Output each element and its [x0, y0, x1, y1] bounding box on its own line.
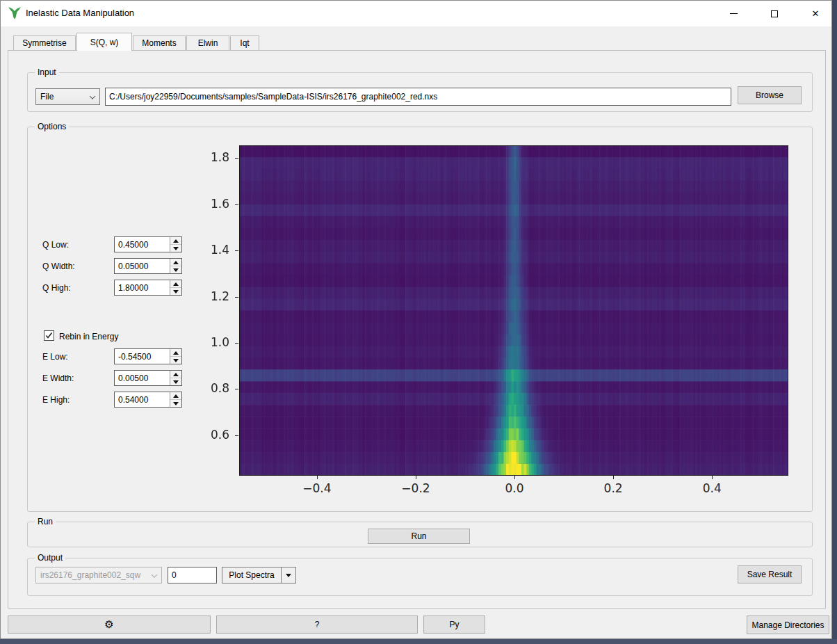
check-icon	[45, 332, 53, 339]
rebin-in-energy-checkbox[interactable]	[44, 330, 54, 341]
spin-up-icon[interactable]	[170, 259, 181, 266]
tab-moments[interactable]: Moments	[133, 35, 186, 51]
tab-sqw[interactable]: S(Q, w)	[76, 33, 132, 51]
close-button[interactable]: ✕	[799, 1, 831, 26]
spin-down-icon[interactable]	[170, 357, 181, 364]
chevron-down-icon	[286, 574, 291, 577]
q-high-value: 1.80000	[118, 283, 148, 293]
gear-icon: ⚙	[104, 618, 113, 631]
spin-buttons[interactable]	[170, 392, 181, 407]
e-width-spinbox[interactable]: 0.00500	[114, 370, 182, 386]
spin-up-icon[interactable]	[170, 349, 181, 357]
input-group-label: Input	[35, 67, 59, 77]
spin-buttons[interactable]	[170, 280, 181, 295]
spin-down-icon[interactable]	[170, 288, 181, 295]
minimize-icon	[730, 13, 738, 14]
x-tick-label: 0.2	[604, 481, 623, 495]
y-tick-label: 0.6	[189, 428, 229, 442]
tab-label: S(Q, w)	[90, 38, 119, 47]
tab-label: Moments	[142, 38, 176, 48]
save-result-label: Save Result	[747, 570, 793, 579]
input-source-combobox[interactable]: File	[35, 88, 100, 105]
plot-spectra-label: Plot Spectra	[222, 567, 281, 583]
maximize-button[interactable]	[758, 1, 790, 26]
x-tick-label: −0.4	[302, 481, 331, 495]
spin-buttons[interactable]	[170, 371, 181, 385]
spin-down-icon[interactable]	[170, 266, 181, 273]
spin-up-icon[interactable]	[170, 237, 181, 245]
e-low-value: -0.54500	[118, 352, 151, 362]
tab-elwin[interactable]: Elwin	[186, 35, 229, 51]
run-button-label: Run	[411, 531, 426, 541]
run-button[interactable]: Run	[368, 529, 470, 544]
save-result-button[interactable]: Save Result	[738, 565, 802, 583]
file-path-value: C:/Users/joy22959/Documents/samples/Samp…	[109, 92, 437, 102]
help-button[interactable]: ?	[216, 615, 418, 634]
manage-directories-button[interactable]: Manage Directories	[747, 615, 829, 634]
spin-buttons[interactable]	[170, 259, 181, 273]
q-low-value: 0.45000	[118, 240, 148, 250]
y-tick	[235, 343, 238, 344]
chevron-down-icon	[90, 93, 95, 99]
plot-spectra-button[interactable]: Plot Spectra	[222, 567, 296, 583]
e-width-label: E Width:	[42, 373, 74, 383]
e-low-spinbox[interactable]: -0.54500	[114, 348, 182, 364]
q-high-label: Q High:	[42, 283, 71, 293]
spin-up-icon[interactable]	[170, 280, 181, 288]
q-width-value: 0.05000	[118, 261, 148, 271]
output-workspace-name: irs26176_graphite002_sqw	[40, 570, 140, 580]
tab-symmetrise[interactable]: Symmetrise	[13, 35, 76, 51]
y-tick	[235, 158, 238, 159]
q-low-label: Q Low:	[42, 240, 69, 250]
python-export-button[interactable]: Py	[423, 615, 485, 634]
mantid-logo-icon	[8, 6, 22, 20]
file-path-input[interactable]: C:/Users/joy22959/Documents/samples/Samp…	[105, 88, 731, 106]
plot-spectra-dropdown[interactable]	[281, 567, 295, 583]
minimize-button[interactable]	[717, 1, 749, 26]
manage-directories-label: Manage Directories	[751, 620, 824, 630]
y-tick	[235, 389, 238, 389]
x-tick-label: 0.0	[505, 481, 524, 495]
python-label: Py	[449, 620, 459, 629]
e-width-value: 0.00500	[118, 373, 148, 383]
e-low-label: E Low:	[42, 352, 68, 362]
tab-iqt[interactable]: Iqt	[230, 35, 259, 51]
window-title: Inelastic Data Manipulation	[26, 8, 134, 18]
background-window-edge	[832, 0, 837, 644]
q-low-spinbox[interactable]: 0.45000	[114, 236, 182, 252]
y-tick-label: 1.2	[189, 289, 229, 303]
close-icon: ✕	[812, 9, 820, 18]
q-width-spinbox[interactable]: 0.05000	[114, 258, 182, 274]
spin-down-icon[interactable]	[170, 400, 181, 407]
e-high-spinbox[interactable]: 0.54000	[114, 392, 182, 408]
x-tick	[317, 476, 318, 479]
x-tick	[613, 476, 614, 479]
spin-down-icon[interactable]	[170, 245, 181, 252]
plot-border	[239, 145, 788, 476]
inelastic-data-manipulation-window: Inelastic Data Manipulation ✕ Symmetrise…	[0, 0, 832, 639]
help-label: ?	[315, 620, 320, 629]
x-tick	[514, 476, 515, 479]
output-workspace-combobox: irs26176_graphite002_sqw	[35, 567, 162, 583]
y-tick	[235, 297, 238, 298]
spin-down-icon[interactable]	[170, 378, 181, 385]
x-tick-label: −0.2	[401, 481, 430, 495]
spin-up-icon[interactable]	[170, 371, 181, 378]
spin-up-icon[interactable]	[170, 392, 181, 400]
y-tick-label: 1.0	[189, 335, 229, 349]
rebin-in-energy-label: Rebin in Energy	[59, 332, 118, 341]
tab-label: Symmetrise	[22, 38, 66, 48]
y-tick-label: 1.8	[189, 150, 229, 164]
spin-buttons[interactable]	[170, 349, 181, 364]
q-high-spinbox[interactable]: 1.80000	[114, 280, 182, 296]
tab-label: Iqt	[240, 38, 249, 48]
run-group-label: Run	[35, 517, 56, 526]
settings-button[interactable]: ⚙	[8, 615, 211, 634]
spectrum-index-input[interactable]: 0	[168, 567, 217, 583]
maximize-icon	[771, 10, 778, 17]
y-tick	[235, 250, 238, 251]
output-group-label: Output	[35, 553, 65, 563]
browse-button[interactable]: Browse	[738, 86, 802, 104]
spin-buttons[interactable]	[170, 237, 181, 252]
tab-label: Elwin	[198, 38, 218, 48]
